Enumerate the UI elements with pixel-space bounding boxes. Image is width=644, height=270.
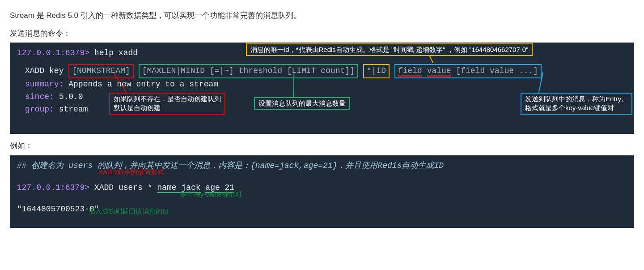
xadd-keyword: XADD	[25, 66, 44, 75]
note-nomkstream-l1: 如果队列不存在，是否自动创建队列	[114, 95, 221, 103]
key-arg: key	[49, 66, 64, 75]
prompt: 127.0.0.1:6379>	[17, 48, 89, 57]
anno-kv-pairs: 多个key-value键值对	[180, 189, 242, 200]
note-entry-l2: 格式就是多个key-value键值对	[525, 104, 614, 111]
since-key: since:	[25, 92, 54, 101]
help-command: help xadd	[94, 48, 138, 57]
maxlen-option: [MAXLEN|MINID [=|~] threshold [LIMIT cou…	[139, 64, 358, 78]
value-token: value	[427, 66, 451, 77]
anno-simplest-form: XADD命令的最简形式	[98, 167, 164, 177]
example-comment: ## 创建名为 users 的队列，并向其中发送一个消息，内容是：{name=j…	[17, 161, 444, 170]
summary-value: Appends a new entry to a stream	[68, 80, 218, 89]
note-maxlen: 设置消息队列的最大消息数量	[254, 97, 350, 110]
example-label: 例如：	[10, 140, 634, 152]
more-fields-token: [field value ...]	[456, 66, 538, 75]
xadd-args-key-star: users *	[119, 183, 153, 192]
id-option: *|ID	[363, 64, 390, 78]
field-value-group: field value [field value ...]	[394, 64, 542, 78]
anno-return-id: 插入成功则返回该消息的Id	[89, 206, 168, 217]
terminal-help-xadd: 消息的唯一id，*代表由Redis自动生成。格式是 "时间戳-递增数字" ，例如…	[10, 43, 634, 134]
nomkstream-option: [NOMKSTREAM]	[68, 64, 134, 78]
intro-text: Stream 是 Redis 5.0 引入的一种新数据类型，可以实现一个功能非常…	[10, 10, 634, 21]
xadd-cmd-2: XADD	[94, 183, 114, 192]
prompt-2: 127.0.0.1:6379>	[17, 183, 89, 192]
group-value: stream	[59, 105, 88, 114]
note-entry-l1: 发送到队列中的消息，称为Entry。	[525, 95, 628, 103]
terminal-xadd-example: ## 创建名为 users 的队列，并向其中发送一个消息，内容是：{name=j…	[10, 155, 634, 228]
note-nomkstream: 如果队列不存在，是否自动创建队列 默认是自动创建	[109, 93, 225, 115]
note-nomkstream-l2: 默认是自动创建	[114, 104, 161, 111]
note-entry-format: 发送到队列中的消息，称为Entry。 格式就是多个key-value键值对	[521, 93, 632, 115]
since-value: 5.0.0	[59, 92, 83, 101]
group-key: group:	[25, 105, 54, 114]
field-token: field	[398, 66, 422, 77]
xadd-return-id: "1644805700523-0"	[17, 205, 99, 214]
send-command-label: 发送消息的命令：	[10, 28, 634, 39]
summary-key: summary:	[25, 80, 64, 89]
